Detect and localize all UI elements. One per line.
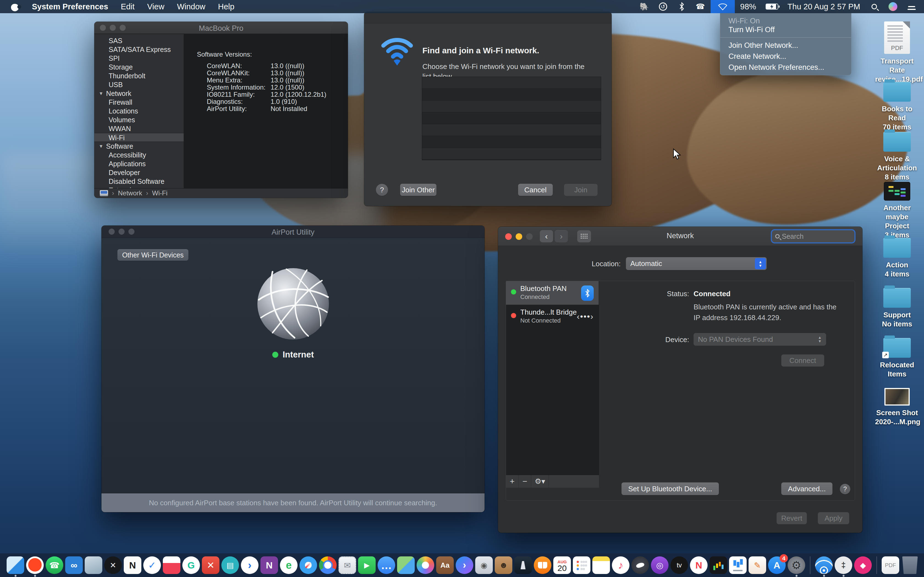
- sidebar-item-spi[interactable]: SPI: [94, 54, 184, 63]
- remove-service-button[interactable]: −: [519, 475, 531, 488]
- battery-icon[interactable]: [766, 3, 778, 10]
- sidebar-group-network[interactable]: Network: [94, 89, 184, 98]
- dock-airport-utility[interactable]: [815, 556, 833, 574]
- dock-setapp[interactable]: ◆: [854, 556, 872, 574]
- menu-item-open-network-preferences[interactable]: Open Network Preferences...: [720, 62, 851, 73]
- sidebar-item-applications[interactable]: Applications: [94, 160, 184, 168]
- sidebar-item-accessibility[interactable]: Accessibility: [94, 151, 184, 160]
- desktop-folder-books-to-read[interactable]: Books to Read70 items: [875, 82, 919, 132]
- connect-button[interactable]: Connect: [781, 355, 824, 366]
- dock-onenote[interactable]: N: [260, 556, 278, 574]
- help-button[interactable]: ?: [840, 484, 850, 494]
- location-dropdown[interactable]: Automatic ▴▾: [626, 257, 767, 270]
- dock-news[interactable]: N: [690, 556, 708, 574]
- dock-system-preferences[interactable]: ⚙: [788, 556, 805, 574]
- internet-status[interactable]: Internet: [102, 350, 485, 359]
- advanced-button[interactable]: Advanced...: [781, 482, 832, 495]
- dock-photos[interactable]: [417, 556, 434, 574]
- menu-item-join-other-network[interactable]: Join Other Network...: [720, 40, 851, 51]
- dock-notes[interactable]: [592, 556, 610, 574]
- time-machine-icon[interactable]: ↺: [658, 2, 668, 11]
- search-input[interactable]: [782, 232, 845, 240]
- join-other-button[interactable]: Join Other: [400, 184, 436, 196]
- dock-kindle[interactable]: [514, 556, 532, 574]
- dock-whatsapp[interactable]: ☎: [46, 556, 63, 574]
- menu-help[interactable]: Help: [218, 2, 234, 11]
- sidebar-item-sata[interactable]: SATA/SATA Express: [94, 45, 184, 54]
- dock-books[interactable]: [534, 556, 551, 574]
- dock-chrome[interactable]: [319, 556, 337, 574]
- dock-dictionary[interactable]: Aa: [436, 556, 454, 574]
- bluetooth-icon[interactable]: [677, 2, 687, 11]
- dock-teal-notes[interactable]: ▤: [221, 556, 239, 574]
- dock-loop[interactable]: ∞: [65, 556, 83, 574]
- desktop-file-transport-rate-pdf[interactable]: PDF Transport Raterevise...19.pdf: [875, 21, 919, 84]
- list-row[interactable]: [422, 136, 601, 148]
- search-icon[interactable]: [869, 2, 879, 11]
- menu-bar-clock[interactable]: Thu 20 Aug 2 57 PM: [788, 2, 860, 11]
- menu-item-create-network[interactable]: Create Network...: [720, 51, 851, 62]
- sidebar-item-thunderbolt[interactable]: Thunderbolt: [94, 71, 184, 80]
- network-services-list[interactable]: Bluetooth PAN Connected Thunde...lt Brid…: [506, 281, 599, 488]
- list-row[interactable]: [422, 77, 601, 89]
- other-wifi-devices-button[interactable]: Other Wi-Fi Devices: [118, 249, 188, 261]
- help-button[interactable]: ?: [376, 184, 388, 196]
- sidebar-item-usb[interactable]: USB: [94, 80, 184, 89]
- sidebar-item-extensions[interactable]: Extensions: [94, 186, 184, 188]
- dock-pdf-document[interactable]: PDF: [882, 556, 899, 574]
- menu-edit[interactable]: Edit: [121, 2, 134, 11]
- wifi-network-list[interactable]: [422, 77, 601, 160]
- device-dropdown[interactable]: No PAN Devices Found ▴▾: [693, 333, 826, 346]
- dock-grammarly[interactable]: G: [183, 556, 200, 574]
- apple-menu-icon[interactable]: [11, 2, 19, 11]
- dock-app-store[interactable]: A4: [768, 556, 786, 574]
- list-row[interactable]: [422, 148, 601, 160]
- dock-maps[interactable]: [397, 556, 415, 574]
- desktop-folder-relocated-items[interactable]: ↗ RelocatedItems: [875, 338, 919, 379]
- sidebar-group-software[interactable]: Software: [94, 142, 184, 151]
- list-row[interactable]: [422, 101, 601, 112]
- cancel-button[interactable]: Cancel: [518, 184, 553, 196]
- desktop-folder-action[interactable]: Action4 items: [875, 238, 919, 279]
- list-row[interactable]: [422, 124, 601, 136]
- service-row-bluetooth-pan[interactable]: Bluetooth PAN Connected: [506, 281, 599, 305]
- dock-drawing-app[interactable]: ✕: [104, 556, 122, 574]
- apply-button[interactable]: Apply: [818, 512, 849, 524]
- dock-music[interactable]: ♪: [612, 556, 630, 574]
- dock-screenshot-app[interactable]: ◉: [475, 556, 493, 574]
- menu-view[interactable]: View: [147, 2, 164, 11]
- dock-hardware-monitor[interactable]: ‡: [835, 556, 852, 574]
- dock-calendar[interactable]: AUG20: [553, 556, 571, 574]
- dock-messages[interactable]: …: [378, 556, 395, 574]
- siri-icon[interactable]: [888, 2, 898, 11]
- desktop-folder-voice-articulation[interactable]: Voice &Articulation8 items: [875, 132, 919, 182]
- service-actions-button[interactable]: ⚙▾: [531, 475, 549, 488]
- sidebar-item-wwan[interactable]: WWAN: [94, 124, 184, 133]
- sidebar-item-disabled-software[interactable]: Disabled Software: [94, 177, 184, 186]
- toolbar[interactable]: ‹ › Network: [498, 227, 863, 246]
- app-menu-title[interactable]: System Preferences: [32, 2, 108, 11]
- sidebar-item-locations[interactable]: Locations: [94, 106, 184, 115]
- dock-stocks[interactable]: [709, 556, 727, 574]
- title-bar[interactable]: AirPort Utility: [102, 226, 485, 238]
- dock-preview[interactable]: [85, 556, 102, 574]
- sidebar-item-developer[interactable]: Developer: [94, 168, 184, 177]
- search-field[interactable]: [772, 230, 855, 242]
- dock-messenger[interactable]: ›: [456, 556, 473, 574]
- dock-reminders[interactable]: [573, 556, 590, 574]
- desktop-folder-another-maybe-project[interactable]: Anothermaybe Project3 items: [875, 182, 919, 240]
- list-row[interactable]: [422, 89, 601, 101]
- dock-x-app[interactable]: ✕: [202, 556, 220, 574]
- internet-globe-icon[interactable]: [256, 267, 330, 341]
- sidebar-item-sas[interactable]: SAS: [94, 36, 184, 45]
- sidebar-item-firewall[interactable]: Firewall: [94, 98, 184, 106]
- evernote-icon[interactable]: 🐘: [640, 2, 649, 11]
- wifi-icon[interactable]: [711, 0, 735, 13]
- dock-orca-app[interactable]: [632, 556, 649, 574]
- sidebar-item-wifi[interactable]: Wi-Fi: [94, 133, 184, 142]
- dock-spark[interactable]: ›: [241, 556, 258, 574]
- dock-safari[interactable]: [299, 556, 317, 574]
- notification-center-icon[interactable]: [907, 3, 916, 10]
- dock-facetime[interactable]: ▶: [358, 556, 376, 574]
- title-bar[interactable]: MacBook Pro: [94, 22, 348, 34]
